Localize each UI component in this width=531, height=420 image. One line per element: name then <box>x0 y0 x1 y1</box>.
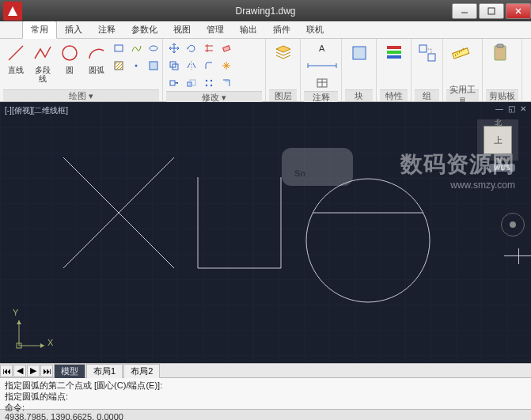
polyline-button[interactable]: 多段线 <box>30 40 55 85</box>
maximize-button[interactable] <box>479 3 504 19</box>
layout-tab-1[interactable]: 布局1 <box>86 364 123 378</box>
groups-button[interactable] <box>415 40 440 66</box>
fillet-icon[interactable] <box>201 58 217 74</box>
circle-button[interactable]: 圆 <box>57 40 82 76</box>
svg-rect-21 <box>353 47 366 59</box>
stretch-icon[interactable] <box>166 75 182 91</box>
scale-icon[interactable] <box>184 75 199 91</box>
arc-button[interactable]: 圆弧 <box>84 40 109 76</box>
command-line[interactable]: 指定圆弧的第二个点或 [圆心(C)/端点(E)]: 指定圆弧的端点: 命令: <box>0 377 531 409</box>
hatch-icon[interactable] <box>111 58 127 74</box>
panel-properties-label: 特性 <box>385 90 403 102</box>
svg-rect-12 <box>170 81 175 85</box>
layout-prev-icon[interactable]: ◀ <box>13 365 26 377</box>
drawn-geometry <box>0 102 531 363</box>
offset-icon[interactable] <box>218 75 234 91</box>
panel-layers-label: 图层 <box>275 90 292 102</box>
tab-online[interactable]: 联机 <box>298 21 332 38</box>
modify-tools <box>166 40 234 91</box>
block-icon <box>348 42 370 64</box>
svg-rect-22 <box>387 46 401 49</box>
panel-clipboard: 剪贴板 <box>483 39 522 101</box>
svg-point-5 <box>150 46 157 51</box>
properties-button[interactable] <box>380 40 408 66</box>
panel-annotation: A 注释 <box>301 39 342 101</box>
panel-draw-label: 绘图 <box>69 90 86 102</box>
line-button[interactable]: 直线 <box>3 40 28 76</box>
panel-groups: 组 <box>412 39 443 101</box>
table-icon[interactable] <box>304 75 340 91</box>
ellipse-icon[interactable] <box>146 40 161 56</box>
layers-button[interactable] <box>269 40 297 66</box>
expand-icon[interactable]: ▾ <box>222 93 226 103</box>
tab-manage[interactable]: 管理 <box>199 21 232 38</box>
draw-small-tools <box>111 40 161 74</box>
svg-point-18 <box>211 85 212 86</box>
svg-point-3 <box>63 46 77 60</box>
clipboard-button[interactable] <box>486 40 514 66</box>
tab-output[interactable]: 输出 <box>232 21 265 38</box>
layout-next-icon[interactable]: ▶ <box>27 365 40 377</box>
erase-icon[interactable] <box>218 40 234 56</box>
trim-icon[interactable] <box>201 40 217 56</box>
app-icon[interactable] <box>3 2 22 21</box>
mirror-icon[interactable] <box>184 58 199 74</box>
ribbon: 直线 多段线 圆 圆弧 绘图▾ <box>0 39 531 102</box>
ucs-y-label: Y <box>13 308 18 317</box>
panel-clipboard-label: 剪贴板 <box>489 90 515 102</box>
region-icon[interactable] <box>146 58 161 74</box>
svg-point-15 <box>206 80 207 81</box>
layout-tabs: ⏮ ◀ ▶ ⏭ 模型 布局1 布局2 <box>0 363 531 377</box>
rectangle-icon[interactable] <box>111 40 127 56</box>
measure-icon <box>449 42 472 64</box>
document-title: Drawing1.dwg <box>235 6 295 17</box>
close-button[interactable] <box>506 3 531 19</box>
tab-home[interactable]: 常用 <box>22 21 57 39</box>
utilities-button[interactable] <box>446 40 475 66</box>
line-icon <box>5 42 27 64</box>
move-icon[interactable] <box>166 40 182 56</box>
svg-rect-25 <box>419 45 427 52</box>
svg-rect-6 <box>115 62 123 70</box>
array-icon[interactable] <box>201 75 217 91</box>
block-button[interactable] <box>345 40 373 66</box>
svg-point-17 <box>206 85 207 86</box>
svg-rect-23 <box>387 51 401 54</box>
tab-insert[interactable]: 插入 <box>57 21 90 38</box>
groups-icon <box>416 42 438 64</box>
expand-icon[interactable]: ▾ <box>89 91 93 101</box>
tab-plugins[interactable]: 插件 <box>265 21 298 38</box>
title-bar: Drawing1.dwg <box>0 0 531 21</box>
arc-icon <box>85 42 108 64</box>
tab-view[interactable]: 视图 <box>165 21 199 38</box>
svg-rect-8 <box>150 62 157 70</box>
explode-icon[interactable] <box>218 58 234 74</box>
clipboard-icon <box>489 42 511 64</box>
svg-text:A: A <box>319 44 325 53</box>
spline-icon[interactable] <box>128 40 144 56</box>
polyline-icon <box>32 42 54 64</box>
properties-icon <box>383 42 405 64</box>
panel-modify: 修改▾ <box>163 39 266 101</box>
text-icon[interactable]: A <box>304 40 340 56</box>
layout-tab-2[interactable]: 布局2 <box>123 364 160 378</box>
tab-annotate[interactable]: 注释 <box>90 21 123 38</box>
command-history-1: 指定圆弧的第二个点或 [圆心(C)/端点(E)]: <box>5 380 526 391</box>
svg-rect-1 <box>488 8 495 14</box>
rotate-icon[interactable] <box>184 40 199 56</box>
drawing-canvas[interactable]: [-][俯视][二维线框] — ◱ ✕ 北 上 南 WCS Y X Sn <box>0 102 531 363</box>
tab-parametric[interactable]: 参数化 <box>123 21 165 38</box>
panel-layers: 图层 <box>266 39 301 101</box>
minimize-button[interactable] <box>452 3 477 19</box>
layout-first-icon[interactable]: ⏮ <box>0 365 13 377</box>
ucs-x-label: X <box>47 338 53 347</box>
copy-icon[interactable] <box>166 58 182 74</box>
layout-tab-model[interactable]: 模型 <box>54 364 85 378</box>
dimension-icon[interactable] <box>304 58 340 74</box>
svg-rect-29 <box>497 44 503 47</box>
ucs-icon[interactable]: Y X <box>13 316 49 352</box>
svg-rect-9 <box>223 46 230 51</box>
point-icon[interactable] <box>128 58 144 74</box>
coordinates-readout[interactable]: 4938.7985, 1390.6625, 0.0000 <box>5 412 123 421</box>
layout-last-icon[interactable]: ⏭ <box>40 365 53 377</box>
